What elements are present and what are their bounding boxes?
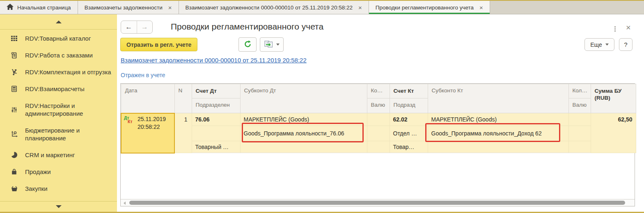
- tab-label: Взаимозачет задолженности 0000-000010 от…: [186, 5, 353, 11]
- col-header-qty-credit: Кол…: [568, 84, 591, 98]
- cell-credit-account[interactable]: 62.02: [390, 113, 428, 126]
- cell-qty-debit[interactable]: [367, 113, 390, 126]
- tab-regulated-postings[interactable]: Проводки регламентированного учета ×: [369, 1, 490, 14]
- cell-debit-subconto-2[interactable]: Goods_Программа лояльности_76.06: [240, 126, 367, 141]
- window-menu-icon[interactable]: [613, 25, 617, 33]
- sidebar: RDV:Товарный каталог RDV:Работа с заказа…: [0, 14, 117, 212]
- table-row: Goods_Программа лояльности_76.06 Отдел ……: [121, 126, 636, 141]
- sidebar-item-label: RDV:Настройки и администрирование: [25, 102, 112, 117]
- sidebar-item-purchases[interactable]: Закупки: [0, 180, 117, 197]
- col-header-credit-department: Подразд: [390, 98, 428, 113]
- history-nav: ← →: [121, 21, 153, 34]
- tab-home[interactable]: Начальная страница: [0, 1, 78, 14]
- sales-bag-icon: [10, 169, 18, 175]
- close-icon[interactable]: ×: [479, 5, 483, 11]
- cell-qty-credit[interactable]: [568, 113, 591, 126]
- sidebar-scroll-down[interactable]: [0, 201, 117, 212]
- cell-debit-subconto-3[interactable]: [240, 141, 367, 153]
- sidebar-item-product-catalog[interactable]: RDV:Товарный каталог: [0, 30, 117, 47]
- sidebar-item-label: Закупки: [25, 185, 48, 192]
- cell-date-selected[interactable]: Дт Кт 25.11.2019 20:58:22: [121, 113, 174, 153]
- app-window: Начальная страница Взаимозачеты задолжен…: [0, 0, 644, 213]
- cell-credit-department-2[interactable]: Товар…: [390, 141, 428, 153]
- close-icon[interactable]: ×: [168, 5, 172, 11]
- sidebar-item-label: RDV:Товарный каталог: [25, 34, 91, 42]
- chevron-down-icon: [605, 44, 609, 46]
- tab-label: Взаимозачеты задолженности: [85, 5, 163, 11]
- sidebar-item-settings-administration[interactable]: RDV:Настройки и администрирование: [0, 97, 117, 122]
- sidebar-item-label: Бюджетирование и планирование: [25, 126, 112, 142]
- crm-pie-icon: [10, 152, 18, 158]
- arrow-left-icon: ←: [125, 23, 132, 31]
- cell-credit-subconto-2[interactable]: Goods_Программа лояльности_Доход 62: [428, 126, 568, 141]
- col-header-currency-credit: Валю: [568, 98, 591, 113]
- cell-currency-credit[interactable]: [568, 126, 591, 141]
- tab-bar-filler: [490, 1, 644, 14]
- budget-icon: [10, 131, 18, 137]
- tab-settlements-list[interactable]: Взаимозачеты задолженности ×: [78, 1, 179, 14]
- calculator-icon: [10, 86, 18, 92]
- more-button[interactable]: Еще: [584, 38, 614, 51]
- scrollbar-thumb[interactable]: [129, 201, 625, 205]
- shipping-icon: [10, 69, 18, 76]
- col-header-credit-account: Счет Кт: [390, 84, 428, 98]
- col-header-n: N: [174, 84, 192, 113]
- table-row: Товарный … Товар…: [121, 141, 636, 153]
- refresh-icon: [244, 40, 252, 49]
- cell-debit-account-2[interactable]: [192, 126, 240, 141]
- cell-currency-debit[interactable]: [367, 126, 390, 141]
- sidebar-scroll-up[interactable]: [0, 14, 117, 30]
- sidebar-items: RDV:Товарный каталог RDV:Работа с заказа…: [0, 30, 117, 201]
- cell-credit-subconto-3[interactable]: [428, 141, 568, 153]
- forward-button[interactable]: →: [137, 21, 153, 33]
- home-icon: [7, 4, 14, 11]
- cell-debit-subconto-1[interactable]: МАРКЕТПЛЕЙС (Goods): [240, 113, 367, 126]
- col-header-debit-department: Подразделен: [192, 98, 240, 113]
- more-button-label: Еще: [590, 41, 602, 48]
- col-header-qty-debit: Ко…: [367, 84, 390, 98]
- sidebar-item-label: CRM и маркетинг: [25, 151, 75, 159]
- col-header-debit-subconto: Субконто Дт: [240, 84, 367, 113]
- cell-currency-credit-2[interactable]: [568, 141, 591, 153]
- sidebar-item-budgeting-planning[interactable]: Бюджетирование и планирование: [0, 122, 117, 147]
- sidebar-item-orders[interactable]: RDV:Работа с заказами: [0, 47, 117, 64]
- reflect-variants-button[interactable]: [260, 37, 284, 52]
- cell-n[interactable]: 1: [174, 113, 192, 153]
- tab-label: Начальная страница: [17, 5, 71, 11]
- cell-amount[interactable]: 62,50: [591, 113, 636, 153]
- tab-settlement-document[interactable]: Взаимозачет задолженности 0000-000010 от…: [179, 1, 369, 14]
- document-link[interactable]: Взаимозачет задолженности 0000-000010 от…: [121, 57, 307, 64]
- refresh-button[interactable]: [238, 37, 257, 52]
- posting-datetime: 25.11.2019 20:58:22: [138, 115, 172, 131]
- cell-debit-account[interactable]: 76.06: [192, 113, 240, 126]
- reflect-button[interactable]: Отразить в регл. учете: [120, 38, 197, 51]
- tab-label: Проводки регламентированного учета: [376, 5, 474, 11]
- cell-credit-department[interactable]: Отдел …: [390, 126, 428, 141]
- chevron-up-icon: [56, 21, 62, 23]
- status-text: Отражен в учете: [121, 72, 165, 78]
- sidebar-item-picking-shipping[interactable]: RDV:Комплектация и отгрузка: [0, 64, 117, 80]
- horizontal-scrollbar[interactable]: [121, 199, 635, 206]
- sidebar-item-mutual-settlements[interactable]: RDV:Взаиморасчеты: [0, 80, 117, 97]
- table-row: Дт Кт 25.11.2019 20:58:22 1 76.06 МАРКЕТ…: [121, 113, 636, 126]
- postings-table-container: Дата N Счет Дт Субконто Дт Ко… Счет Кт С…: [120, 83, 635, 206]
- window-close-icon[interactable]: ×: [626, 23, 631, 32]
- sidebar-item-label: RDV:Комплектация и отгрузка: [25, 68, 111, 76]
- content-panel: ← → Проводки регламентированного учета ×…: [117, 14, 644, 212]
- arrow-right-icon: →: [141, 23, 148, 31]
- orders-icon: [10, 52, 18, 59]
- close-icon[interactable]: ×: [358, 5, 362, 11]
- col-header-date: Дата: [121, 84, 174, 113]
- scroll-left-icon[interactable]: [124, 202, 126, 205]
- cell-credit-subconto-1[interactable]: МАРКЕТПЛЕЙС (Goods): [428, 113, 568, 126]
- catalog-grid-icon: [10, 35, 18, 41]
- cell-currency-debit-2[interactable]: [367, 141, 390, 153]
- back-button[interactable]: ←: [121, 21, 137, 33]
- help-button[interactable]: ?: [619, 38, 633, 51]
- cell-debit-department[interactable]: Товарный …: [192, 141, 240, 153]
- col-header-credit-subconto: Субконто Кт: [428, 84, 568, 113]
- debit-credit-icon: Дт Кт: [124, 116, 133, 124]
- chevron-down-icon: [276, 44, 280, 46]
- sidebar-item-sales[interactable]: Продажи: [0, 163, 117, 180]
- sidebar-item-crm-marketing[interactable]: CRM и маркетинг: [0, 147, 117, 163]
